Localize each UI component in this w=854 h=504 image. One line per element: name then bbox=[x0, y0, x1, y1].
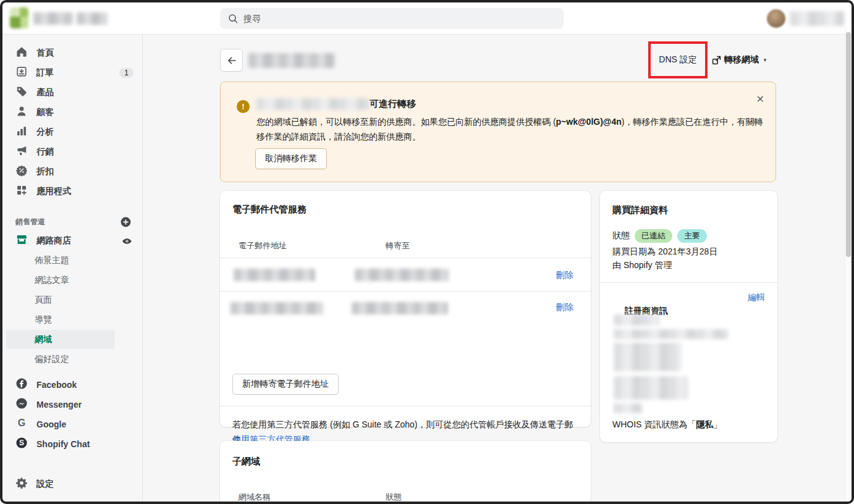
sidebar-item-label: 顧客 bbox=[36, 107, 54, 118]
view-store-eye-icon[interactable] bbox=[120, 234, 133, 248]
sidebar-item-label: Messenger bbox=[36, 400, 82, 410]
sub-item-label: 網域 bbox=[35, 334, 52, 345]
sidebar-item-messenger[interactable]: Messenger bbox=[2, 395, 142, 414]
sidebar-item-label: 折扣 bbox=[36, 166, 54, 177]
banner-domain-redacted bbox=[256, 98, 370, 110]
add-sales-channel-button[interactable] bbox=[119, 215, 132, 229]
cancel-transfer-button[interactable]: 取消轉移作業 bbox=[255, 148, 327, 169]
banner-title: 可進行轉移 bbox=[370, 98, 416, 110]
sidebar-item-home[interactable]: 首頁 bbox=[2, 43, 142, 63]
sidebar-item-pages[interactable]: 頁面 bbox=[6, 290, 115, 309]
external-transfer-icon bbox=[711, 55, 722, 65]
user-avatar[interactable] bbox=[767, 9, 785, 28]
forward-address-redacted bbox=[352, 302, 448, 314]
status-label: 狀態 bbox=[612, 230, 630, 242]
sidebar-item-apps[interactable]: 應用程式 bbox=[2, 182, 142, 201]
sidebar-item-label: 訂單 bbox=[36, 67, 54, 78]
search-input[interactable] bbox=[220, 8, 564, 29]
delete-row-link[interactable]: 刪除 bbox=[556, 302, 573, 313]
user-name-redacted[interactable] bbox=[790, 11, 844, 26]
discount-icon bbox=[15, 164, 28, 179]
purchase-details-card: 購買詳細資料 狀態 已連結 主要 購買日期為 2021年3月28日 由 Shop… bbox=[600, 191, 777, 442]
sidebar-item-products[interactable]: 產品 bbox=[2, 83, 142, 103]
purchase-date-text: 購買日期為 2021年3月28日 bbox=[612, 246, 717, 258]
orders-icon bbox=[15, 65, 28, 80]
registrar-info-redacted bbox=[614, 376, 688, 400]
email-address-redacted bbox=[234, 269, 315, 281]
person-icon bbox=[15, 105, 28, 120]
search-icon bbox=[227, 13, 239, 24]
managed-by-text: 由 Shopify 管理 bbox=[612, 260, 672, 271]
close-icon[interactable]: ✕ bbox=[756, 94, 764, 104]
sidebar-item-label: 產品 bbox=[36, 87, 54, 98]
sidebar-item-google[interactable]: G Google bbox=[2, 414, 142, 434]
annotation-highlight-box: DNS 設定 bbox=[648, 41, 708, 78]
auth-code: p~wk@0lG)@4n bbox=[556, 117, 622, 127]
sidebar-item-label: 分析 bbox=[36, 127, 54, 138]
sales-channels-label: 銷售管道 bbox=[15, 217, 45, 227]
scrollbar-thumb[interactable] bbox=[846, 32, 851, 257]
sidebar-item-label: Facebook bbox=[36, 380, 77, 390]
vertical-scrollbar[interactable] bbox=[845, 30, 852, 502]
registrar-info-redacted bbox=[614, 329, 728, 339]
transfer-domain-button[interactable]: 轉移網域 ▼ bbox=[711, 52, 767, 68]
back-button[interactable] bbox=[220, 49, 243, 72]
sidebar-item-facebook[interactable]: Facebook bbox=[2, 375, 142, 395]
sidebar-item-shopify-chat[interactable]: S Shopify Chat bbox=[2, 434, 142, 454]
sub-item-label: 導覽 bbox=[35, 314, 52, 326]
sidebar-item-orders[interactable]: 訂單 1 bbox=[2, 63, 142, 83]
shopify-chat-icon: S bbox=[15, 437, 28, 452]
sidebar-item-settings[interactable]: 設定 bbox=[2, 474, 142, 494]
apps-icon bbox=[15, 184, 28, 199]
email-card-title: 電子郵件代管服務 bbox=[232, 204, 307, 216]
column-header-email: 電子郵件地址 bbox=[239, 240, 287, 251]
whois-privacy-value: 隱私 bbox=[696, 419, 713, 429]
sidebar-item-analytics[interactable]: 分析 bbox=[2, 122, 142, 142]
sidebar-item-label: 設定 bbox=[36, 479, 54, 490]
store-name-redacted bbox=[33, 12, 73, 25]
facebook-icon bbox=[15, 377, 28, 392]
whois-status-text: WHOIS 資訊狀態為「隱私」 bbox=[612, 419, 722, 430]
gear-icon bbox=[15, 477, 28, 492]
sidebar-item-customers[interactable]: 顧客 bbox=[2, 103, 142, 122]
sub-item-label: 佈景主題 bbox=[35, 255, 69, 266]
store-logo[interactable] bbox=[10, 7, 28, 28]
registrar-info-redacted bbox=[614, 343, 682, 371]
column-header-status: 狀態 bbox=[386, 492, 402, 503]
sidebar-item-navigation[interactable]: 導覽 bbox=[6, 310, 115, 329]
add-forwarding-email-button[interactable]: 新增轉寄電子郵件地址 bbox=[232, 374, 339, 395]
sales-channels-header: 銷售管道 bbox=[2, 212, 142, 231]
registrar-info-redacted bbox=[614, 403, 642, 413]
delete-row-link[interactable]: 刪除 bbox=[556, 270, 573, 281]
sidebar-item-domains[interactable]: 網域 bbox=[6, 330, 115, 349]
domain-title-redacted bbox=[248, 53, 335, 68]
status-badge-primary: 主要 bbox=[677, 229, 707, 243]
sidebar-item-label: 應用程式 bbox=[36, 186, 71, 197]
sidebar-item-blog-posts[interactable]: 網誌文章 bbox=[6, 271, 115, 290]
messenger-icon bbox=[15, 397, 28, 412]
orders-count-badge: 1 bbox=[119, 68, 133, 78]
sub-item-label: 偏好設定 bbox=[35, 354, 69, 365]
edit-registrar-link[interactable]: 編輯 bbox=[748, 292, 765, 303]
home-icon bbox=[15, 46, 28, 61]
search-field[interactable] bbox=[243, 14, 556, 23]
sub-item-label: 網誌文章 bbox=[35, 275, 69, 286]
app-window: 首頁 訂單 1 產品 顧客 分析 行銷 折扣 應用程式 bbox=[0, 0, 854, 504]
purchase-card-title: 購買詳細資料 bbox=[612, 204, 668, 216]
megaphone-icon bbox=[15, 145, 28, 159]
sidebar-item-label: 網路商店 bbox=[36, 235, 71, 246]
registrar-info-redacted bbox=[614, 314, 660, 326]
transfer-banner: ! 可進行轉移 ✕ 您的網域已解鎖，可以轉移至新的供應商。如果您已向新的供應商提… bbox=[220, 82, 776, 182]
sidebar-item-themes[interactable]: 佈景主題 bbox=[6, 251, 115, 270]
transfer-domain-label: 轉移網域 bbox=[724, 54, 759, 65]
sidebar-item-online-store[interactable]: 網路商店 bbox=[2, 231, 142, 251]
chevron-down-icon: ▼ bbox=[763, 57, 767, 63]
column-header-forward: 轉寄至 bbox=[386, 240, 410, 251]
google-icon: G bbox=[15, 417, 28, 432]
sidebar-item-label: Shopify Chat bbox=[36, 439, 90, 449]
sidebar-item-marketing[interactable]: 行銷 bbox=[2, 142, 142, 162]
dns-settings-button[interactable]: DNS 設定 bbox=[659, 54, 696, 65]
storefront-icon bbox=[15, 233, 28, 248]
sidebar-item-preferences[interactable]: 偏好設定 bbox=[6, 350, 115, 369]
sidebar-item-discounts[interactable]: 折扣 bbox=[2, 162, 142, 182]
